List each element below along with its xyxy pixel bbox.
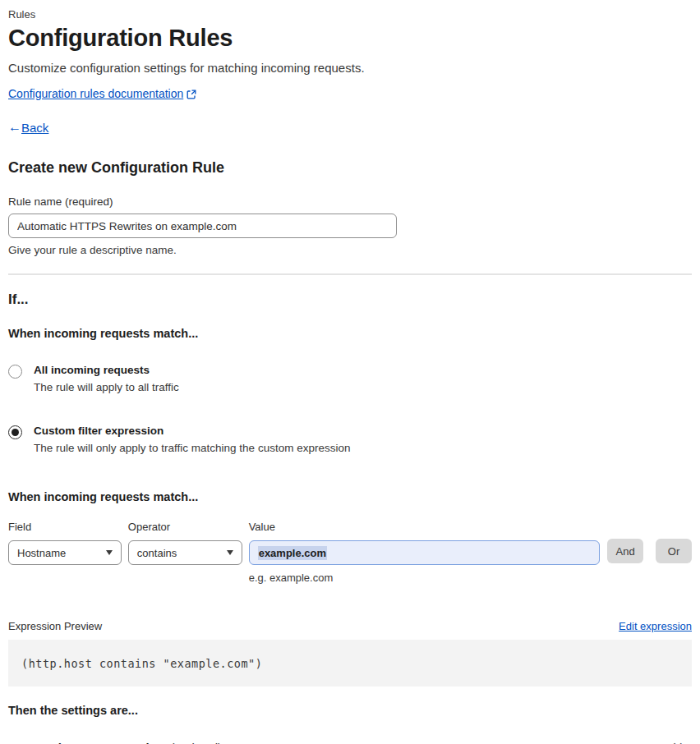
external-link-icon <box>187 89 196 99</box>
section-divider <box>8 273 692 275</box>
setting-optional-tag: (optional) <box>171 741 223 744</box>
builder-heading: When incoming requests match... <box>8 490 692 503</box>
operator-select-value: contains <box>137 547 177 559</box>
page-title: Configuration Rules <box>8 25 692 52</box>
breadcrumb: Rules <box>8 8 692 21</box>
radio-option-label: All incoming requests <box>34 364 179 376</box>
expression-preview-label: Expression Preview <box>8 620 102 632</box>
close-icon[interactable]: ✕ <box>670 739 685 744</box>
setting-name-text: Automatic HTTPS Rewrites <box>8 741 167 744</box>
and-button[interactable]: And <box>607 539 643 563</box>
edit-expression-link[interactable]: Edit expression <box>619 620 692 632</box>
chevron-down-icon <box>106 550 113 555</box>
rule-name-label: Rule name (required) <box>8 195 692 208</box>
field-column-label: Field <box>8 521 122 533</box>
radio-unselected-icon[interactable] <box>8 365 22 379</box>
operator-column-label: Operator <box>128 521 242 533</box>
field-select[interactable]: Hostname <box>8 540 122 565</box>
documentation-link[interactable]: Configuration rules documentation <box>8 87 183 100</box>
field-select-value: Hostname <box>17 547 66 559</box>
page-subtitle: Customize configuration settings for mat… <box>8 61 692 75</box>
back-arrow-icon: ← <box>8 120 21 135</box>
or-button[interactable]: Or <box>656 539 692 563</box>
configuration-rules-page: Rules Configuration Rules Customize conf… <box>0 0 700 744</box>
match-heading: When incoming requests match... <box>8 327 692 340</box>
if-heading: If... <box>8 292 692 308</box>
expression-preview-code: (http.host contains "example.com") <box>8 640 692 687</box>
value-input[interactable]: example.com <box>249 540 600 565</box>
chevron-down-icon <box>227 550 233 555</box>
value-column-label: Value <box>249 521 600 533</box>
back-link[interactable]: Back <box>21 121 48 135</box>
radio-option-description: The rule will apply to all traffic <box>34 381 179 393</box>
radio-option-description: The rule will only apply to traffic matc… <box>34 442 350 454</box>
radio-option-all-requests[interactable]: All incoming requests The rule will appl… <box>8 364 692 393</box>
rule-name-help: Give your rule a descriptive name. <box>8 244 692 256</box>
create-rule-heading: Create new Configuration Rule <box>8 159 692 177</box>
radio-selected-icon[interactable] <box>8 425 22 439</box>
value-hint: e.g. example.com <box>249 572 600 584</box>
setting-name: Automatic HTTPS Rewrites (optional) <box>8 741 222 744</box>
then-settings-heading: Then the settings are... <box>8 704 692 717</box>
value-input-text: example.com <box>258 546 327 560</box>
rule-name-input[interactable] <box>8 214 397 238</box>
radio-option-label: Custom filter expression <box>34 425 350 437</box>
radio-option-custom-expression[interactable]: Custom filter expression The rule will o… <box>8 425 692 454</box>
operator-select[interactable]: contains <box>128 540 242 565</box>
